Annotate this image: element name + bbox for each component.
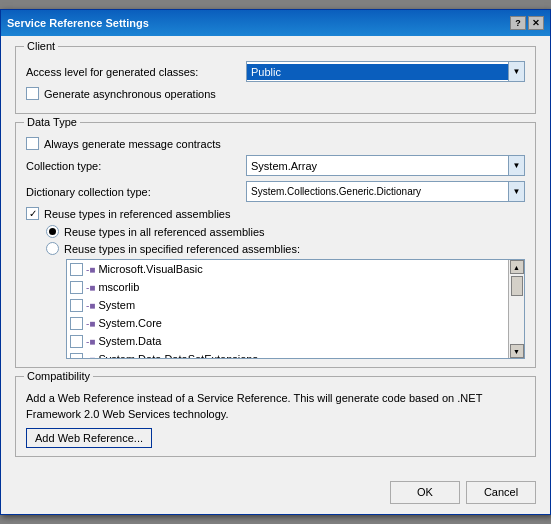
assembly-item-1[interactable]: -■ mscorlib	[67, 278, 508, 296]
help-button[interactable]: ?	[510, 16, 526, 30]
collection-type-label: Collection type:	[26, 160, 246, 172]
compatibility-label: Compatibility	[24, 370, 93, 382]
assembly-item-5[interactable]: -■ System.Data.DataSetExtensions	[67, 350, 508, 358]
scroll-down-btn[interactable]: ▼	[510, 344, 524, 358]
assembly-icon-2: -■	[86, 300, 95, 311]
assembly-name-0: Microsoft.VisualBasic	[98, 263, 202, 275]
close-button[interactable]: ✕	[528, 16, 544, 30]
reuse-types-label: Reuse types in referenced assemblies	[44, 208, 230, 220]
radio-all-label: Reuse types in all referenced assemblies	[64, 226, 265, 238]
access-level-value: Public	[247, 64, 508, 80]
arrow-down-icon: ▼	[513, 67, 521, 76]
assembly-icon-3: -■	[86, 318, 95, 329]
arrow-down-icon2: ▼	[513, 161, 521, 170]
radio-specified[interactable]	[46, 242, 59, 255]
assembly-item-2[interactable]: -■ System	[67, 296, 508, 314]
assembly-scrollbar: ▲ ▼	[508, 260, 524, 358]
scroll-thumb[interactable]	[511, 276, 523, 296]
async-ops-row: Generate asynchronous operations	[26, 87, 525, 100]
assembly-name-5: System.Data.DataSetExtensions	[98, 353, 258, 358]
always-generate-row: Always generate message contracts	[26, 137, 525, 150]
cancel-button[interactable]: Cancel	[466, 481, 536, 504]
assembly-icon-4: -■	[86, 336, 95, 347]
access-level-dropdown[interactable]: Public ▼	[246, 61, 525, 82]
ok-button[interactable]: OK	[390, 481, 460, 504]
compatibility-group: Compatibility Add a Web Reference instea…	[15, 376, 536, 457]
collection-type-arrow[interactable]: ▼	[508, 156, 524, 175]
dialog-title: Service Reference Settings	[7, 17, 149, 29]
assembly-checkbox-1[interactable]	[70, 281, 83, 294]
access-level-row: Access level for generated classes: Publ…	[26, 61, 525, 82]
always-generate-label: Always generate message contracts	[44, 138, 221, 150]
async-ops-checkbox[interactable]	[26, 87, 39, 100]
assembly-item-0[interactable]: -■ Microsoft.VisualBasic	[67, 260, 508, 278]
client-group: Client Access level for generated classe…	[15, 46, 536, 114]
title-bar: Service Reference Settings ? ✕	[1, 10, 550, 36]
assembly-list: -■ Microsoft.VisualBasic -■ mscorlib -■ …	[67, 260, 508, 358]
access-level-label: Access level for generated classes:	[26, 66, 246, 78]
async-ops-label: Generate asynchronous operations	[44, 88, 216, 100]
radio-all[interactable]	[46, 225, 59, 238]
assembly-checkbox-0[interactable]	[70, 263, 83, 276]
assembly-checkbox-5[interactable]	[70, 353, 83, 359]
client-group-label: Client	[24, 40, 58, 52]
radio-specified-row: Reuse types in specified referenced asse…	[46, 242, 525, 255]
collection-type-row: Collection type: System.Array ▼	[26, 155, 525, 176]
radio-all-row: Reuse types in all referenced assemblies	[46, 225, 525, 238]
add-web-reference-button[interactable]: Add Web Reference...	[26, 428, 152, 448]
reuse-types-checkbox[interactable]	[26, 207, 39, 220]
assembly-icon-1: -■	[86, 282, 95, 293]
assembly-checkbox-3[interactable]	[70, 317, 83, 330]
assembly-name-1: mscorlib	[98, 281, 139, 293]
access-level-arrow[interactable]: ▼	[508, 62, 524, 81]
assembly-item-4[interactable]: -■ System.Data	[67, 332, 508, 350]
always-generate-checkbox[interactable]	[26, 137, 39, 150]
arrow-down-icon3: ▼	[513, 187, 521, 196]
bottom-buttons: OK Cancel	[1, 475, 550, 514]
compatibility-text: Add a Web Reference instead of a Service…	[26, 391, 525, 422]
assembly-checkbox-2[interactable]	[70, 299, 83, 312]
assembly-list-container: -■ Microsoft.VisualBasic -■ mscorlib -■ …	[66, 259, 525, 359]
dialog-content: Client Access level for generated classe…	[1, 36, 550, 475]
radio-specified-label: Reuse types in specified referenced asse…	[64, 243, 300, 255]
title-bar-buttons: ? ✕	[510, 16, 544, 30]
assembly-name-4: System.Data	[98, 335, 161, 347]
dictionary-type-row: Dictionary collection type: System.Colle…	[26, 181, 525, 202]
data-type-group: Data Type Always generate message contra…	[15, 122, 536, 368]
dictionary-type-arrow[interactable]: ▼	[508, 182, 524, 201]
assembly-checkbox-4[interactable]	[70, 335, 83, 348]
collection-type-value: System.Array	[247, 160, 508, 172]
assembly-icon-0: -■	[86, 264, 95, 275]
dialog: Service Reference Settings ? ✕ Client Ac…	[0, 9, 551, 515]
reuse-types-row: Reuse types in referenced assemblies	[26, 207, 525, 220]
assembly-icon-5: -■	[86, 354, 95, 359]
scroll-up-btn[interactable]: ▲	[510, 260, 524, 274]
assembly-item-3[interactable]: -■ System.Core	[67, 314, 508, 332]
dictionary-type-value: System.Collections.Generic.Dictionary	[247, 186, 508, 197]
assembly-name-2: System	[98, 299, 135, 311]
collection-type-dropdown[interactable]: System.Array ▼	[246, 155, 525, 176]
assembly-name-3: System.Core	[98, 317, 162, 329]
dictionary-type-label: Dictionary collection type:	[26, 186, 246, 198]
dictionary-type-dropdown[interactable]: System.Collections.Generic.Dictionary ▼	[246, 181, 525, 202]
data-type-group-label: Data Type	[24, 116, 80, 128]
